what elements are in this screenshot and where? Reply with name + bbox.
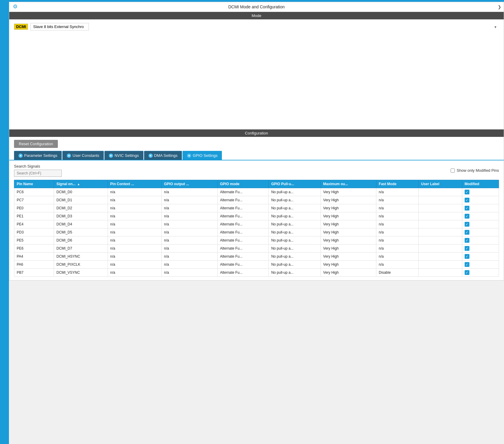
col-max-output[interactable]: Maximum ou... bbox=[321, 180, 376, 188]
table-cell: Very High bbox=[321, 196, 376, 204]
table-cell: No pull-up a... bbox=[269, 228, 321, 236]
table-cell: Very High bbox=[321, 204, 376, 212]
table-cell: n/a bbox=[376, 204, 419, 212]
table-row[interactable]: PE1DCMI_D3n/an/aAlternate Fu...No pull-u… bbox=[14, 212, 499, 220]
table-row[interactable]: PE4DCMI_D4n/an/aAlternate Fu...No pull-u… bbox=[14, 220, 499, 228]
modified-check-icon: ✓ bbox=[465, 206, 469, 211]
tab-gpio-settings[interactable]: ● GPIO Settings bbox=[183, 151, 222, 160]
table-cell: Alternate Fu... bbox=[217, 245, 269, 253]
table-cell: No pull-up a... bbox=[269, 236, 321, 245]
table-cell: Very High bbox=[321, 220, 376, 228]
modified-check-icon: ✓ bbox=[465, 254, 469, 259]
table-cell: n/a bbox=[161, 204, 217, 212]
table-row[interactable]: PE0DCMI_D2n/an/aAlternate Fu...No pull-u… bbox=[14, 204, 499, 212]
table-cell: n/a bbox=[108, 253, 161, 261]
table-cell: n/a bbox=[376, 212, 419, 220]
table-cell: No pull-up a... bbox=[269, 188, 321, 196]
tab-parameter-icon: ● bbox=[18, 154, 23, 158]
table-cell: n/a bbox=[108, 220, 161, 228]
table-cell: No pull-up a... bbox=[269, 212, 321, 220]
table-cell: No pull-up a... bbox=[269, 204, 321, 212]
table-cell: DCMI_D5 bbox=[54, 228, 108, 236]
table-cell: No pull-up a... bbox=[269, 269, 321, 277]
table-cell bbox=[418, 220, 462, 228]
table-cell: DCMI_D3 bbox=[54, 212, 108, 220]
show-modified-row: Show only Modified Pins bbox=[451, 168, 499, 173]
col-fast-mode[interactable]: Fast Mode bbox=[376, 180, 419, 188]
table-cell: DCMI_D0 bbox=[54, 188, 108, 196]
col-gpio-mode[interactable]: GPIO mode bbox=[217, 180, 269, 188]
table-cell: n/a bbox=[108, 228, 161, 236]
gpio-table: Pin Name Signal on... ▲ Pin Context ... bbox=[14, 180, 499, 277]
table-cell bbox=[418, 196, 462, 204]
table-cell: Very High bbox=[321, 253, 376, 261]
table-cell bbox=[418, 188, 462, 196]
table-cell: DCMI_D2 bbox=[54, 204, 108, 212]
table-cell: PE1 bbox=[14, 212, 54, 220]
table-cell: n/a bbox=[161, 261, 217, 269]
table-cell: No pull-up a... bbox=[269, 245, 321, 253]
tab-parameter-settings[interactable]: ● Parameter Settings bbox=[14, 151, 62, 160]
table-cell: Very High bbox=[321, 228, 376, 236]
table-cell: n/a bbox=[108, 261, 161, 269]
tab-nvic-settings[interactable]: ● NVIC Settings bbox=[104, 151, 143, 160]
col-gpio-pull[interactable]: GPIO Pull-u... bbox=[269, 180, 321, 188]
col-pin-context[interactable]: Pin Context ... bbox=[108, 180, 161, 188]
table-cell: n/a bbox=[108, 188, 161, 196]
col-user-label[interactable]: User Label bbox=[418, 180, 462, 188]
table-cell: PD3 bbox=[14, 228, 54, 236]
table-row[interactable]: PE5DCMI_D6n/an/aAlternate Fu...No pull-u… bbox=[14, 236, 499, 245]
col-pin-name[interactable]: Pin Name bbox=[14, 180, 54, 188]
search-section: Search Signals bbox=[14, 164, 62, 177]
reset-configuration-button[interactable]: Reset Configuration bbox=[14, 140, 58, 148]
table-cell: n/a bbox=[161, 212, 217, 220]
col-modified[interactable]: Modified bbox=[462, 180, 499, 188]
table-cell: n/a bbox=[161, 228, 217, 236]
dcmi-label: DCMI bbox=[14, 24, 28, 30]
modified-check-icon: ✓ bbox=[465, 230, 469, 235]
table-cell: Alternate Fu... bbox=[217, 196, 269, 204]
table-cell: n/a bbox=[161, 253, 217, 261]
tabs-bar: ● Parameter Settings ● User Constants ● … bbox=[9, 151, 504, 160]
table-row[interactable]: PB7DCMI_VSYNCn/an/aAlternate Fu...No pul… bbox=[14, 269, 499, 277]
gear-icon[interactable]: ⚙ bbox=[12, 3, 19, 10]
table-cell: n/a bbox=[376, 188, 419, 196]
table-cell: n/a bbox=[108, 204, 161, 212]
table-cell bbox=[418, 245, 462, 253]
table-row[interactable]: PC7DCMI_D1n/an/aAlternate Fu...No pull-u… bbox=[14, 196, 499, 204]
table-cell: DCMI_VSYNC bbox=[54, 269, 108, 277]
table-cell: n/a bbox=[376, 253, 419, 261]
show-modified-checkbox[interactable] bbox=[451, 168, 455, 173]
gpio-table-container: Pin Name Signal on... ▲ Pin Context ... bbox=[14, 180, 499, 277]
table-cell: Very High bbox=[321, 269, 376, 277]
col-gpio-output[interactable]: GPIO output ... bbox=[161, 180, 217, 188]
left-sidebar bbox=[0, 0, 9, 444]
table-cell: Very High bbox=[321, 188, 376, 196]
table-row[interactable]: PD3DCMI_D5n/an/aAlternate Fu...No pull-u… bbox=[14, 228, 499, 236]
table-cell: Very High bbox=[321, 261, 376, 269]
tab-dma-settings[interactable]: ● DMA Settings bbox=[144, 151, 182, 160]
tab-user-constants[interactable]: ● User Constants bbox=[62, 151, 104, 160]
table-cell: PE4 bbox=[14, 220, 54, 228]
tab-nvic-icon: ● bbox=[109, 154, 113, 158]
table-cell: PA6 bbox=[14, 261, 54, 269]
modified-check-icon: ✓ bbox=[465, 246, 469, 251]
table-row[interactable]: PA6DCMI_PIXCLKn/an/aAlternate Fu...No pu… bbox=[14, 261, 499, 269]
table-cell: Disable bbox=[376, 269, 419, 277]
search-input[interactable] bbox=[14, 170, 62, 177]
table-row[interactable]: PE6DCMI_D7n/an/aAlternate Fu...No pull-u… bbox=[14, 245, 499, 253]
modified-check-icon: ✓ bbox=[465, 262, 469, 267]
table-cell: DCMI_D6 bbox=[54, 236, 108, 245]
table-row[interactable]: PA4DCMI_HSYNCn/an/aAlternate Fu...No pul… bbox=[14, 253, 499, 261]
table-cell: DCMI_HSYNC bbox=[54, 253, 108, 261]
table-cell: Alternate Fu... bbox=[217, 188, 269, 196]
collapse-icon[interactable]: ❯ bbox=[498, 4, 501, 9]
gpio-content: Search Signals Show only Modified Pins bbox=[9, 160, 504, 280]
col-signal-on[interactable]: Signal on... ▲ bbox=[54, 180, 108, 188]
table-cell: DCMI_D1 bbox=[54, 196, 108, 204]
dcmi-mode-select[interactable]: Slave 8 bits External Synchro Slave 10 b… bbox=[30, 23, 89, 30]
table-row[interactable]: PC6DCMI_D0n/an/aAlternate Fu...No pull-u… bbox=[14, 188, 499, 196]
table-cell: n/a bbox=[108, 245, 161, 253]
table-cell bbox=[418, 261, 462, 269]
table-cell: n/a bbox=[161, 220, 217, 228]
